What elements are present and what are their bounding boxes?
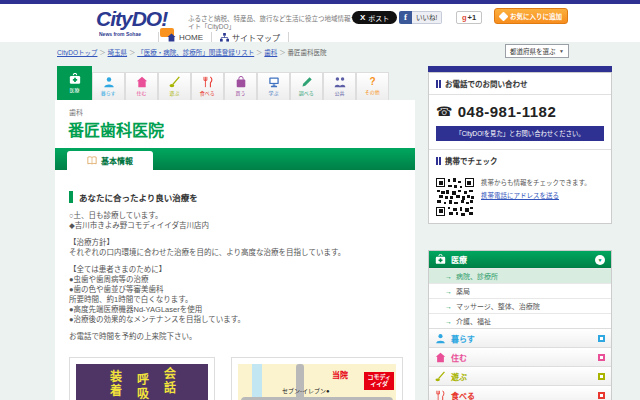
golf-club-icon (435, 371, 446, 382)
tab-label: 食べる (200, 89, 215, 96)
breadcrumb-prefecture[interactable]: 埼玉県 (108, 49, 128, 56)
clinic-poster-photo[interactable]: 会話 呼吸 装着 (69, 357, 215, 400)
description-line: ◆吉川市きよみ野コモディイイダ吉川店内 (69, 221, 401, 231)
arrow-right-icon: → (445, 318, 452, 325)
description-line: ●治療後の効果的なメンテナンスを目指しています。 (69, 315, 401, 325)
facebook-like-button[interactable]: f いいね! (399, 11, 442, 24)
shopping-bag-icon (235, 76, 247, 88)
expand-icon[interactable] (598, 335, 605, 342)
tab-label: 住む (137, 89, 147, 96)
nav-home-label: HOME (179, 33, 203, 42)
sidebar: お電話でのお問い合わせ ☎ 048-981-1182 「CityDO!を見た」と… (428, 66, 612, 400)
expand-icon[interactable] (598, 373, 605, 380)
site-description: ふるさと納税、特産品、旅行など生活に役立つ地域情報サイト「CityDO」 (188, 15, 358, 31)
poster-image: 会話 呼吸 装着 (76, 364, 208, 400)
breadcrumb-category[interactable]: 歯科 (264, 49, 277, 56)
nav-home-link[interactable]: HOME (167, 33, 203, 42)
plus-one-label: +1 (468, 13, 477, 22)
tab-living[interactable]: 暮らす (92, 72, 125, 100)
qr-text-label: 携帯からも情報をチェックできます。 (481, 179, 591, 186)
tab-eat[interactable]: 食べる (191, 72, 224, 100)
poster-text: 呼吸 (134, 373, 151, 400)
medical-icon (69, 73, 81, 85)
category-tab-bar: 医療 暮らす 住む 遊ぶ 食べる 買う (57, 64, 415, 103)
menu-category-living[interactable]: 暮らす (429, 328, 611, 347)
category-label: 暮らす (451, 333, 475, 344)
menu-header-label: 医療 (451, 254, 467, 265)
tab-label: 遊ぶ (170, 89, 180, 96)
nav-sitemap-label: サイトマップ (232, 32, 280, 43)
site-header: CityDO! News from Sohae ふるさと納税、特産品、旅行など生… (0, 4, 640, 42)
breadcrumb-separator: ＞ (256, 49, 263, 56)
facebook-icon: f (399, 11, 412, 24)
category-label: 遊ぶ (451, 371, 467, 382)
question-icon: ? (369, 77, 375, 87)
logo-tagline: News from Sohae (99, 31, 141, 37)
description-line (69, 325, 401, 332)
send-address-link[interactable]: 携帯電話にアドレスを送る (481, 191, 559, 200)
like-label: いいね! (412, 11, 442, 24)
tab-public[interactable]: 公共 (323, 72, 356, 100)
description-line: 【全ては患者さまのために】 (69, 265, 401, 275)
expand-icon[interactable] (598, 354, 605, 361)
house-icon (136, 76, 148, 88)
prefecture-select[interactable]: 都道府県を選ぶ ▼ (505, 44, 569, 58)
tab-housing[interactable]: 住む (125, 72, 158, 100)
description-line: 所要時間、約1時間で白くなります。 (69, 295, 401, 305)
description-line (69, 258, 401, 265)
expand-icon[interactable] (598, 392, 605, 399)
tab-play[interactable]: 遊ぶ (158, 72, 191, 100)
tab-learn[interactable]: 学ぶ (257, 72, 290, 100)
content-zone: CityDOトップ ＞ 埼玉県 ＞ 「医療・病院、診療所」関連登録リスト ＞ 歯… (0, 42, 640, 400)
menu-medical-header[interactable]: 医療 ▼ (429, 251, 611, 268)
book-icon (87, 156, 97, 165)
x-post-button[interactable]: X ポスト (352, 11, 397, 24)
menu-category-play[interactable]: 遊ぶ (429, 366, 611, 385)
tab-search[interactable]: 調べる (290, 72, 323, 100)
citydo-logo[interactable]: CityDO! (96, 7, 167, 31)
people-icon (334, 76, 346, 88)
menu-category-housing[interactable]: 住む (429, 347, 611, 366)
category-menu: 医療 ▼ → 病院、診療所 → 薬局 → マッサージ、整体、治療院 → 介護 (428, 250, 612, 400)
phone-icon: ☎ (436, 104, 453, 119)
menu-item-hospitals[interactable]: → 病院、診療所 (429, 268, 611, 283)
breadcrumb-list[interactable]: 「医療・病院、診療所」関連登録リスト (137, 49, 254, 56)
tab-other[interactable]: ? その他 (356, 72, 389, 100)
basic-info-label: 基本情報 (101, 155, 133, 166)
tab-medical[interactable]: 医療 (57, 66, 92, 100)
breadcrumb-home[interactable]: CityDOトップ (57, 49, 97, 56)
page-title: 番匠歯科医院 (68, 117, 415, 141)
tab-label: 公共 (335, 89, 345, 96)
breadcrumb-separator: ＞ (99, 49, 106, 56)
menu-item-pharmacy[interactable]: → 薬局 (429, 283, 611, 298)
add-favorite-button[interactable]: お気に入りに追加 (494, 8, 568, 24)
description-line: 【治療方針】 (69, 238, 401, 248)
tab-label: 医療 (70, 86, 80, 93)
contact-title-label: お電話でのお問い合わせ (445, 78, 528, 89)
access-map-image[interactable]: 当院 コモディ イイダ セブン-イレブン● (231, 357, 403, 400)
google-plus-one-button[interactable]: g +1 (456, 11, 482, 24)
menu-item-care[interactable]: → 介護、福祉 (429, 313, 611, 328)
menu-item-massage[interactable]: → マッサージ、整体、治療院 (429, 298, 611, 313)
breadcrumb-separator: ＞ (279, 49, 286, 56)
description: ○土、日も診療しています。 ◆吉川市きよみ野コモディイイダ吉川店内 【治療方針】… (69, 211, 401, 342)
map-clinic-label: 当院 (332, 369, 348, 380)
post-label: ポスト (368, 13, 389, 23)
collapse-icon[interactable]: ▼ (595, 255, 605, 265)
tab-label: 暮らす (101, 89, 116, 96)
tab-basic-info[interactable]: 基本情報 (67, 151, 153, 170)
nav-sitemap-link[interactable]: サイトマップ (220, 32, 280, 43)
map-river (252, 364, 262, 400)
qr-description: 携帯からも情報をチェックできます。 携帯電話にアドレスを送る (481, 178, 604, 216)
category-label: 食べる (451, 390, 475, 400)
fork-knife-icon (435, 390, 446, 400)
phone-number-row: ☎ 048-981-1182 (429, 95, 611, 126)
menu-item-label: 介護、福祉 (456, 316, 491, 326)
tag-icon (499, 11, 509, 21)
category-label: 住む (451, 352, 467, 363)
tab-shop[interactable]: 買う (224, 72, 257, 100)
chevron-down-icon: ▼ (559, 48, 564, 54)
x-icon: X (360, 13, 365, 22)
citydo-page: CityDO! News from Sohae ふるさと納税、特産品、旅行など生… (0, 0, 640, 400)
menu-category-eat[interactable]: 食べる (429, 385, 611, 400)
